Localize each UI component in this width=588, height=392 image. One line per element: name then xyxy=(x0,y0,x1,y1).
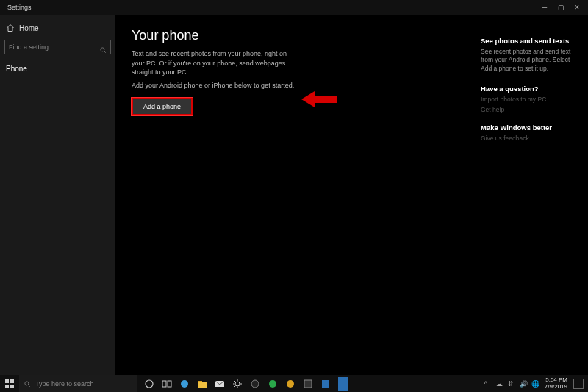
svg-point-7 xyxy=(25,381,29,385)
settings-window: Settings ─ ▢ ✕ Home Phone Your ph xyxy=(0,0,588,375)
settings-icon[interactable] xyxy=(232,379,243,389)
page-title: Your phone xyxy=(132,28,465,43)
search-icon xyxy=(99,43,107,51)
main-content: Your phone Text and see recent photos fr… xyxy=(115,15,481,375)
svg-rect-13 xyxy=(198,382,207,388)
rc-heading-1: See photos and send texts xyxy=(481,37,581,45)
running-app[interactable] xyxy=(338,377,348,391)
window-controls: ─ ▢ ✕ xyxy=(541,4,584,11)
svg-point-16 xyxy=(235,382,240,386)
rc-link-help[interactable]: Get help xyxy=(481,106,581,113)
minimize-button[interactable]: ─ xyxy=(541,4,548,11)
home-label: Home xyxy=(19,24,39,32)
page-description: Text and see recent photos from your pho… xyxy=(132,49,301,77)
svg-rect-11 xyxy=(168,381,171,387)
right-column: See photos and send texts See recent pho… xyxy=(481,15,588,375)
taskbar-search-icon xyxy=(24,380,31,388)
svg-point-19 xyxy=(287,380,294,388)
clock-date: 7/9/2019 xyxy=(545,384,567,390)
rc-heading-3: Make Windows better xyxy=(481,124,581,132)
rc-section-feedback: Make Windows better Give us feedback xyxy=(481,124,581,142)
edge-icon[interactable] xyxy=(179,379,190,389)
svg-rect-20 xyxy=(304,380,312,388)
close-button[interactable]: ✕ xyxy=(573,4,581,11)
rc-section-question: Have a question? Import photos to my PC … xyxy=(481,85,581,113)
body: Home Phone Your phone Text and see recen… xyxy=(0,15,588,375)
taskbar: Type here to search ^ ☁ ⇵ 🔊 🌐 5:54 PM 7/… xyxy=(0,375,588,392)
taskbar-search-label: Type here to search xyxy=(35,380,94,388)
sidebar: Home Phone xyxy=(0,15,115,375)
svg-rect-4 xyxy=(10,379,14,383)
app-icon-3[interactable] xyxy=(303,379,313,389)
page-instruction: Add your Android phone or iPhone below t… xyxy=(132,82,465,89)
start-button[interactable] xyxy=(0,375,19,392)
tray-network-icon[interactable]: ⇵ xyxy=(508,380,515,388)
svg-line-1 xyxy=(104,51,106,53)
action-center-icon[interactable] xyxy=(573,379,584,389)
svg-point-17 xyxy=(251,380,259,388)
svg-rect-10 xyxy=(162,381,166,387)
svg-marker-2 xyxy=(301,91,337,107)
svg-line-8 xyxy=(28,385,30,387)
sidebar-item-phone[interactable]: Phone xyxy=(4,62,111,76)
add-phone-button[interactable]: Add a phone xyxy=(132,98,193,115)
app-icon-1[interactable] xyxy=(268,379,278,389)
task-view-icon[interactable] xyxy=(162,379,172,389)
rc-section-photos: See photos and send texts See recent pho… xyxy=(481,37,581,73)
svg-rect-6 xyxy=(10,385,14,388)
home-icon xyxy=(6,24,15,32)
svg-rect-5 xyxy=(5,385,9,388)
tray-lang-icon[interactable]: 🌐 xyxy=(531,380,539,388)
taskbar-search[interactable]: Type here to search xyxy=(19,375,137,392)
taskbar-pinned xyxy=(144,377,348,391)
rc-heading-2: Have a question? xyxy=(481,85,581,93)
tray-icons: ^ ☁ ⇵ 🔊 🌐 xyxy=(484,380,539,388)
titlebar: Settings ─ ▢ ✕ xyxy=(0,0,588,15)
tray-cloud-icon[interactable]: ☁ xyxy=(496,380,503,388)
svg-rect-14 xyxy=(198,381,202,382)
svg-rect-21 xyxy=(322,380,329,388)
xbox-icon[interactable] xyxy=(250,379,260,389)
app-icon-4[interactable] xyxy=(320,379,331,389)
explorer-icon[interactable] xyxy=(197,379,207,389)
svg-point-18 xyxy=(269,380,276,388)
rc-text-1: See recent photos and send text from you… xyxy=(481,48,581,73)
taskbar-clock[interactable]: 5:54 PM 7/9/2019 xyxy=(545,377,567,390)
app-icon-2[interactable] xyxy=(285,379,295,389)
mail-icon[interactable] xyxy=(215,379,225,389)
annotation-arrow xyxy=(301,91,337,107)
cortana-icon[interactable] xyxy=(144,379,154,389)
svg-point-12 xyxy=(181,380,188,388)
sidebar-search[interactable] xyxy=(4,40,111,54)
tray-chevron-icon[interactable]: ^ xyxy=(484,380,492,388)
taskbar-tray: ^ ☁ ⇵ 🔊 🌐 5:54 PM 7/9/2019 xyxy=(484,377,588,390)
window-title: Settings xyxy=(4,4,32,11)
home-nav[interactable]: Home xyxy=(4,21,111,35)
svg-point-9 xyxy=(146,380,153,388)
maximize-button[interactable]: ▢ xyxy=(557,4,564,11)
svg-point-0 xyxy=(101,48,104,51)
svg-rect-3 xyxy=(5,379,9,383)
rc-link-import[interactable]: Import photos to my PC xyxy=(481,96,581,103)
rc-link-feedback[interactable]: Give us feedback xyxy=(481,135,581,142)
search-input[interactable] xyxy=(9,43,99,51)
tray-volume-icon[interactable]: 🔊 xyxy=(520,380,527,388)
